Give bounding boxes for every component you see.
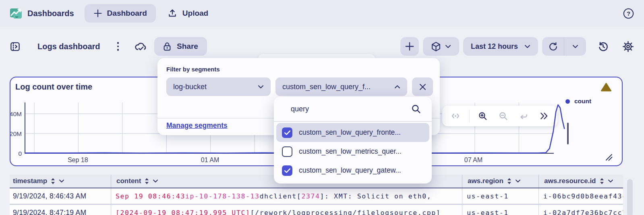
top-nav-bar: Dashboards Dashboard Upload ? [0,0,644,27]
manage-segments-link[interactable]: Manage segments [166,121,228,130]
undo-icon[interactable] [517,109,530,123]
new-dashboard-label: Dashboard [107,9,147,18]
scrub-icon[interactable] [449,109,462,123]
table-scrollbar[interactable] [627,179,633,215]
sort-icon[interactable] [51,178,55,184]
segment-search-input[interactable] [291,105,411,113]
svg-text:40M: 40M [10,111,22,117]
column-label: timestamp [13,177,47,185]
svg-text:0: 0 [18,150,22,157]
settings-button[interactable] [621,40,634,53]
log-segment: [/rework/logprocessing/filelogsource.cpp… [250,209,441,215]
more-options-button[interactable] [116,40,121,52]
column-label: aws.region [468,177,503,185]
app-root: Dashboards Dashboard Upload ? [0,0,644,215]
svg-text:07 AM: 07 AM [464,157,482,163]
log-row[interactable]: 9/19/2024, 8:46:43 AMSep 19 08:46:43 ip-… [10,188,623,205]
segment-option[interactable]: custom_sen_low_query_fronte... [276,123,429,142]
upload-label: Upload [182,9,208,18]
dashboard-toolbar: Logs dashboard Share [10,36,634,56]
column-header[interactable]: aws.resource.id [538,175,623,188]
log-segment: ip-10-178-138-13 [185,192,260,200]
log-segment: [2024-09-19 08:47:19.995 UTC] [116,209,250,215]
chevron-down-icon [258,85,264,89]
history-icon [597,41,609,52]
sort-icon[interactable] [600,178,604,184]
check-icon [284,168,291,173]
segment-option[interactable]: custom_sen_low_metrics_quer... [276,142,429,161]
zoom-out-icon[interactable] [497,109,510,123]
log-segment: 2374 [301,192,320,200]
dataset-selector-button[interactable] [423,37,459,56]
share-label: Share [177,42,198,51]
upload-button[interactable]: Upload [167,8,208,19]
resource-id-cell: i-02a7df7e36bc7cc75 [538,205,623,215]
help-glyph: ? [623,8,634,19]
segment-option[interactable]: custom_sen_low_query_gatew... [276,161,429,180]
refresh-options-button[interactable] [564,37,586,56]
double-chevron-right-icon[interactable] [537,109,551,123]
bucket-select-value: log-bucket [173,83,207,91]
chevron-down-icon[interactable] [608,179,613,183]
segment-select[interactable]: custom_sen_low_query_f... [275,77,407,96]
svg-text:01 AM: 01 AM [201,157,219,163]
chart-zoom-toolbar [442,106,557,126]
chevron-down-icon [524,44,530,49]
cloud-check-icon[interactable] [134,41,147,52]
share-button[interactable]: Share [154,37,207,56]
dropdown-divider [274,121,432,122]
resize-handle-icon[interactable] [603,152,614,162]
refresh-split-button [542,37,586,56]
sort-icon[interactable] [507,178,511,184]
add-panel-button[interactable] [400,37,419,56]
check-icon [284,130,291,136]
segment-select-value: custom_sen_low_query_f... [282,83,371,91]
chevron-up-icon [394,85,400,89]
new-dashboard-button[interactable]: Dashboard [85,4,156,23]
content-cell: Sep 19 08:46:43 ip-10-178-138-13 dhclien… [111,188,462,204]
help-button[interactable]: ? [623,8,634,19]
log-segment: dhclient[ [260,192,302,200]
brand[interactable]: Dashboards [10,7,74,20]
chart-cursor-handle[interactable] [567,123,569,144]
chevron-down-icon [572,44,578,49]
search-icon [411,104,421,114]
popover-title: Filter by segments [166,66,220,73]
bucket-select[interactable]: log-bucket [166,77,271,96]
segment-option-label: custom_sen_low_metrics_quer... [299,147,402,156]
toolbar-right-cluster: Last 12 hours [400,37,634,56]
svg-text:Sep 18: Sep 18 [68,157,88,163]
column-header[interactable]: aws.region [462,175,538,188]
segment-checkbox[interactable] [282,146,292,157]
zoom-in-icon[interactable] [476,109,490,123]
time-range-selector[interactable]: Last 12 hours [463,37,538,56]
timestamp-cell: 9/19/2024, 8:47:19 AM [10,205,111,215]
segment-option-list: custom_sen_low_query_fronte... custom_se… [276,123,429,180]
segment-checkbox[interactable] [282,165,292,176]
panel-toggle-icon[interactable] [10,41,21,52]
refresh-button[interactable] [542,37,564,56]
plus-icon [93,9,102,18]
lock-icon [163,42,171,51]
timestamp-cell: 9/19/2024, 8:46:43 AM [10,188,111,204]
dashboard-title: Logs dashboard [37,42,100,51]
log-table-body: 9/19/2024, 8:46:43 AMSep 19 08:46:43 ip-… [10,188,623,215]
segment-search-dropdown: custom_sen_low_query_fronte... custom_se… [274,97,432,184]
log-segment: Sep 19 08:46:43 [116,192,185,200]
refresh-icon [548,42,558,52]
brand-label: Dashboards [27,9,74,18]
segment-checkbox[interactable] [282,127,292,138]
resource-id-cell: i-06bc9d0b8eeaf43cb [538,188,623,204]
chevron-down-icon[interactable] [153,179,158,183]
column-label: aws.resource.id [544,177,596,185]
sort-icon[interactable] [145,178,149,184]
chevron-down-icon [445,44,451,49]
popover-controls: log-bucket custom_sen_low_query_f... [166,77,433,96]
toolbar-divider [469,109,470,123]
log-row[interactable]: 9/19/2024, 8:47:19 AM[2024-09-19 08:47:1… [10,205,623,215]
remove-filter-button[interactable] [412,77,433,96]
column-header[interactable]: timestamp [10,175,111,188]
chevron-down-icon[interactable] [515,179,521,183]
chevron-down-icon[interactable] [59,179,64,183]
history-button[interactable] [596,40,609,53]
